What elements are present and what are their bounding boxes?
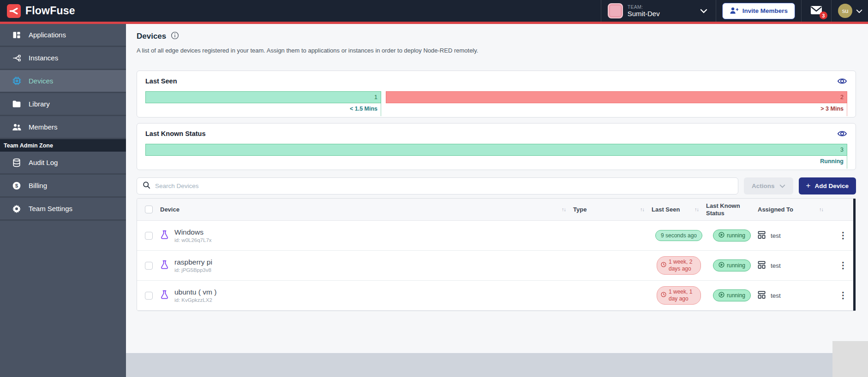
- sidebar-item-label: Audit Log: [29, 159, 58, 166]
- sort-icon[interactable]: ↑↓: [640, 206, 644, 212]
- status-text: running: [727, 232, 745, 239]
- sidebar-item-label: Library: [29, 100, 50, 108]
- bar-label-lt15: < 1.5 Mins: [145, 103, 381, 116]
- device-name: ubuntu ( vm ): [174, 288, 216, 296]
- table-row[interactable]: raspberry pi id: jPG5Bpp3v8 1 week, 2 da…: [137, 251, 856, 281]
- bar-label-running: Running: [145, 156, 847, 169]
- column-header-assigned-to: Assigned To: [758, 206, 793, 213]
- members-icon: [12, 123, 22, 131]
- person-plus-icon: [730, 6, 738, 16]
- assigned-to-name[interactable]: test: [771, 292, 781, 299]
- sidebar-item-instances[interactable]: Instances: [0, 47, 126, 70]
- application-icon: [758, 231, 766, 241]
- eye-icon[interactable]: [837, 130, 847, 138]
- assigned-to-name[interactable]: test: [771, 232, 781, 239]
- actions-label: Actions: [752, 183, 775, 189]
- avatar: su: [838, 4, 852, 18]
- team-selector[interactable]: TEAM: Sumit-Dev: [601, 0, 716, 22]
- assigned-to-name[interactable]: test: [771, 262, 781, 269]
- horizontal-scrollbar-track[interactable]: [126, 353, 832, 377]
- devices-chip-icon: [12, 76, 22, 86]
- sidebar-item-label: Billing: [29, 182, 47, 189]
- table-row[interactable]: Windows id: w0L26q7L7x 9 seconds ago run…: [137, 221, 856, 251]
- page-title: Devices: [137, 32, 166, 41]
- sidebar-item-label: Devices: [29, 77, 53, 85]
- last-seen-card-title: Last Seen: [145, 77, 177, 85]
- table-header-row: Device ↑↓ Type ↑↓ Last Seen ↑↓ Last Know…: [137, 199, 856, 221]
- last-known-status-card-title: Last Known Status: [145, 130, 206, 137]
- sidebar-item-label: Members: [29, 123, 58, 131]
- instances-icon: [12, 53, 22, 63]
- sidebar-item-members[interactable]: Members: [0, 116, 126, 139]
- vertical-scrollbar[interactable]: [853, 199, 856, 311]
- column-header-type: Type: [573, 206, 587, 213]
- table-row[interactable]: ubuntu ( vm ) id: KvGpkzzLX2 1 week, 1 d…: [137, 281, 856, 311]
- chevron-down-icon: [700, 7, 709, 15]
- sidebar-item-applications[interactable]: Applications: [0, 24, 126, 47]
- status-bar-running: 3: [145, 144, 847, 156]
- actions-button[interactable]: Actions: [744, 177, 793, 194]
- plus-icon: +: [806, 181, 811, 190]
- sort-icon[interactable]: ↑↓: [819, 206, 823, 212]
- library-folder-icon: [12, 100, 22, 108]
- sidebar-item-billing[interactable]: $ Billing: [0, 175, 126, 198]
- status-text: running: [727, 292, 745, 299]
- device-id: id: KvGpkzzLX2: [174, 297, 216, 303]
- device-name: raspberry pi: [174, 258, 212, 266]
- last-seen-text: 1 week, 2 days ago: [669, 259, 696, 272]
- flowfuse-logo[interactable]: FlowFuse: [0, 4, 75, 18]
- flowfuse-logo-icon: [7, 4, 21, 18]
- play-circle-icon: [718, 262, 724, 269]
- last-known-status-card: Last Known Status 3 Running: [137, 123, 856, 170]
- last-seen-bar-gt3: 2: [386, 91, 847, 103]
- last-known-status-bar-chart: 3 Running: [145, 144, 847, 169]
- device-flask-icon: [160, 230, 169, 242]
- notifications-button[interactable]: 3: [802, 0, 831, 22]
- user-menu[interactable]: su: [832, 0, 868, 22]
- search-input[interactable]: [155, 183, 732, 189]
- last-seen-card: Last Seen 1 < 1.5 Mins 2 > 3 Mins: [137, 71, 856, 118]
- sort-icon[interactable]: ↑↓: [694, 206, 699, 212]
- column-header-last-known-status: Last Known Status: [706, 202, 742, 217]
- status-badge: running: [713, 259, 751, 271]
- add-device-label: Add Device: [814, 183, 849, 189]
- bar-value: 2: [840, 94, 844, 100]
- last-seen-text: 1 week, 1 day ago: [669, 289, 696, 302]
- page-description: A list of all edge devices registered in…: [137, 47, 856, 54]
- row-checkbox[interactable]: [145, 232, 153, 240]
- main-content: Devices A list of all edge devices regis…: [126, 24, 868, 377]
- eye-icon[interactable]: [837, 77, 847, 85]
- play-circle-icon: [718, 292, 724, 299]
- sort-icon[interactable]: ↑↓: [562, 206, 566, 212]
- device-flask-icon: [160, 260, 169, 271]
- invite-members-label: Invite Members: [742, 7, 788, 14]
- kebab-menu-icon[interactable]: ⋮: [831, 263, 856, 268]
- invite-members-button[interactable]: Invite Members: [722, 3, 795, 19]
- sidebar-item-audit-log[interactable]: Audit Log: [0, 152, 126, 175]
- add-device-button[interactable]: + Add Device: [799, 177, 856, 194]
- play-circle-icon: [718, 232, 724, 239]
- application-icon: [758, 261, 766, 271]
- row-checkbox[interactable]: [145, 292, 153, 300]
- status-badge: running: [713, 289, 751, 301]
- sidebar-item-library[interactable]: Library: [0, 93, 126, 116]
- kebab-menu-icon[interactable]: ⋮: [831, 233, 856, 238]
- last-seen-badge: 1 week, 1 day ago: [657, 286, 701, 305]
- last-seen-badge: 1 week, 2 days ago: [657, 256, 701, 275]
- row-checkbox[interactable]: [145, 262, 153, 270]
- sidebar-item-label: Applications: [29, 31, 66, 39]
- info-icon[interactable]: [171, 31, 179, 41]
- select-all-checkbox[interactable]: [145, 206, 153, 213]
- team-admin-zone-header: Team Admin Zone: [0, 139, 126, 152]
- billing-dollar-icon: $: [12, 181, 22, 190]
- sidebar-item-devices[interactable]: Devices: [0, 70, 126, 93]
- chevron-down-icon: [856, 7, 862, 15]
- chevron-down-icon: [779, 183, 785, 189]
- bar-value: 3: [840, 147, 844, 153]
- applications-icon: [12, 30, 22, 40]
- team-name: Sumit-Dev: [628, 10, 660, 18]
- sidebar-item-team-settings[interactable]: Team Settings: [0, 198, 126, 221]
- kebab-menu-icon[interactable]: ⋮: [831, 293, 856, 298]
- device-id: id: w0L26q7L7x: [174, 237, 212, 243]
- sidebar-item-label: Instances: [29, 54, 58, 62]
